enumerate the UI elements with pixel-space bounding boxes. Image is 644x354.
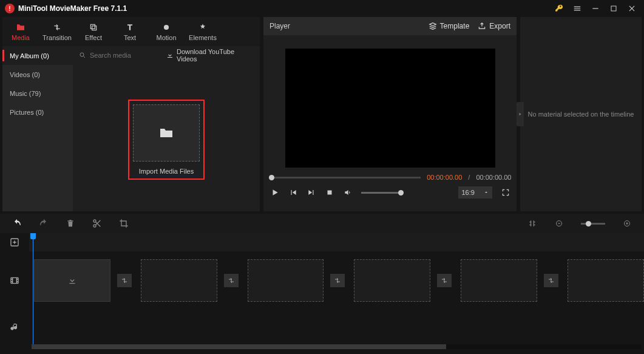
timeline-toolbar bbox=[0, 214, 644, 233]
crop-button[interactable] bbox=[119, 219, 129, 228]
panel-collapse-handle[interactable] bbox=[517, 102, 524, 126]
tab-effect[interactable]: Effect bbox=[75, 17, 112, 46]
elements-icon bbox=[198, 22, 207, 32]
titlebar: ! MiniTool MovieMaker Free 7.1.1 bbox=[0, 0, 644, 17]
template-icon bbox=[429, 22, 437, 30]
time-total: 00:00:00.00 bbox=[476, 174, 511, 181]
zoom-slider[interactable] bbox=[581, 223, 605, 225]
maximize-button[interactable] bbox=[606, 1, 621, 16]
svg-rect-0 bbox=[592, 8, 598, 9]
audio-track-head[interactable] bbox=[0, 309, 29, 345]
tab-text[interactable]: Text bbox=[112, 17, 148, 46]
video-track-head[interactable] bbox=[0, 251, 29, 309]
transition-slot[interactable] bbox=[437, 274, 452, 287]
player-title: Player bbox=[269, 22, 290, 30]
next-frame-button[interactable] bbox=[307, 188, 316, 197]
time-separator: / bbox=[468, 174, 470, 181]
tab-label: Media bbox=[12, 34, 30, 41]
svg-rect-12 bbox=[11, 277, 18, 283]
tab-transition[interactable]: Transition bbox=[39, 17, 75, 46]
effect-icon bbox=[89, 22, 98, 32]
timeline-scrollbar[interactable] bbox=[32, 344, 642, 349]
app-logo: ! bbox=[5, 4, 15, 13]
aspect-ratio-select[interactable]: 16:9 bbox=[458, 186, 492, 199]
svg-rect-6 bbox=[327, 191, 331, 195]
clip-placeholder[interactable] bbox=[141, 259, 217, 302]
tab-label: Text bbox=[124, 34, 136, 41]
delete-button[interactable] bbox=[66, 219, 75, 228]
menu-button[interactable] bbox=[570, 1, 585, 16]
sidebar-item-pictures[interactable]: Pictures (0) bbox=[2, 103, 73, 121]
tab-elements[interactable]: Elements bbox=[185, 17, 221, 46]
redo-button[interactable] bbox=[39, 219, 49, 228]
stop-button[interactable] bbox=[325, 188, 334, 197]
download-youtube-button[interactable]: Download YouTube Videos bbox=[166, 48, 254, 63]
transition-slot[interactable] bbox=[330, 274, 345, 287]
sidebar-item-label: Pictures (0) bbox=[10, 109, 44, 116]
license-key-button[interactable] bbox=[552, 1, 566, 16]
svg-point-5 bbox=[80, 53, 84, 56]
sidebar-item-label: Videos (0) bbox=[10, 71, 40, 78]
seek-bar[interactable] bbox=[269, 177, 421, 179]
video-track[interactable] bbox=[29, 251, 644, 309]
svg-rect-2 bbox=[90, 24, 95, 29]
export-label: Export bbox=[489, 22, 510, 30]
media-panel: Media Transition Effect Text bbox=[2, 17, 260, 211]
tab-label: Motion bbox=[156, 34, 176, 41]
zoom-in-button[interactable] bbox=[622, 219, 632, 228]
tab-label: Elements bbox=[189, 34, 217, 41]
volume-button[interactable] bbox=[343, 188, 353, 197]
clip-placeholder[interactable] bbox=[248, 259, 324, 302]
import-media-button[interactable] bbox=[133, 104, 200, 162]
clip-placeholder[interactable] bbox=[34, 259, 110, 302]
sidebar-item-my-album[interactable]: My Album (0) bbox=[2, 46, 73, 65]
time-current: 00:00:00.00 bbox=[427, 174, 462, 181]
audio-track[interactable] bbox=[29, 309, 644, 339]
transition-icon bbox=[52, 22, 62, 32]
media-category-sidebar: My Album (0) Videos (0) Music (79) Pictu… bbox=[2, 46, 73, 211]
svg-rect-3 bbox=[92, 26, 97, 30]
tab-label: Effect bbox=[85, 34, 102, 41]
transition-slot[interactable] bbox=[224, 274, 239, 287]
sidebar-item-videos[interactable]: Videos (0) bbox=[2, 65, 73, 84]
playhead[interactable] bbox=[33, 233, 33, 344]
split-button[interactable] bbox=[92, 219, 102, 228]
add-track-button[interactable] bbox=[0, 233, 29, 251]
download-label: Download YouTube Videos bbox=[177, 48, 254, 63]
svg-rect-1 bbox=[611, 6, 616, 11]
play-button[interactable] bbox=[270, 188, 280, 197]
transition-slot[interactable] bbox=[544, 274, 558, 287]
volume-slider[interactable] bbox=[361, 192, 404, 194]
zoom-out-button[interactable] bbox=[554, 219, 564, 228]
undo-button[interactable] bbox=[12, 219, 22, 228]
svg-point-4 bbox=[164, 24, 169, 29]
clip-placeholder[interactable] bbox=[461, 259, 537, 302]
tab-label: Transition bbox=[42, 34, 72, 41]
aspect-ratio-value: 16:9 bbox=[462, 189, 475, 196]
app-title: MiniTool MovieMaker Free 7.1.1 bbox=[18, 4, 127, 13]
sidebar-item-music[interactable]: Music (79) bbox=[2, 84, 73, 103]
export-button[interactable]: Export bbox=[478, 22, 510, 30]
motion-icon bbox=[162, 22, 171, 32]
clip-placeholder[interactable] bbox=[354, 259, 430, 302]
clip-placeholder[interactable] bbox=[568, 259, 644, 302]
tab-motion[interactable]: Motion bbox=[148, 17, 185, 46]
chevron-down-icon bbox=[484, 190, 489, 195]
prev-frame-button[interactable] bbox=[288, 188, 298, 197]
transition-slot[interactable] bbox=[117, 274, 132, 287]
template-button[interactable]: Template bbox=[429, 22, 470, 30]
minimize-button[interactable] bbox=[588, 1, 603, 16]
close-button[interactable] bbox=[625, 1, 639, 16]
player-viewport[interactable] bbox=[285, 49, 495, 168]
download-icon bbox=[166, 52, 174, 59]
search-media[interactable] bbox=[79, 52, 163, 59]
folder-icon bbox=[159, 127, 174, 139]
export-icon bbox=[478, 22, 486, 30]
tab-media[interactable]: Media bbox=[2, 17, 39, 46]
timeline-ruler[interactable] bbox=[29, 233, 644, 251]
search-input[interactable] bbox=[90, 52, 163, 59]
module-tabs: Media Transition Effect Text bbox=[2, 17, 260, 46]
fullscreen-button[interactable] bbox=[501, 188, 510, 197]
folder-icon bbox=[16, 22, 25, 32]
zoom-fit-button[interactable] bbox=[527, 219, 537, 228]
